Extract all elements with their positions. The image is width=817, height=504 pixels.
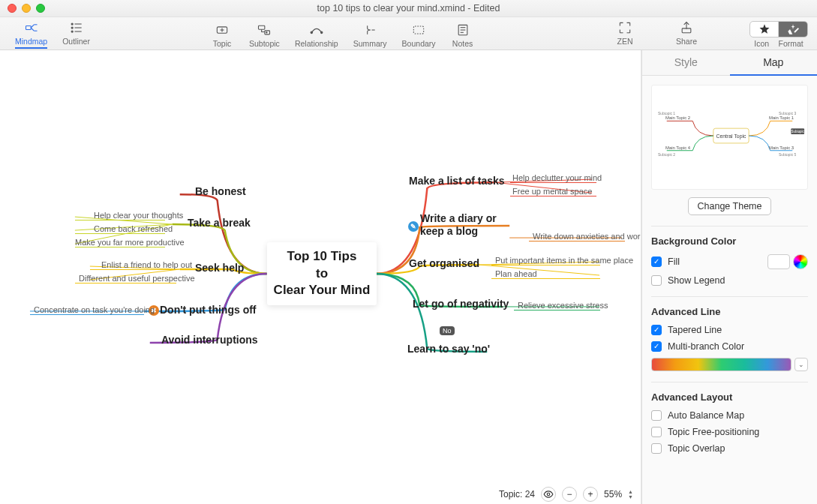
sub-label[interactable]: Plan ahead <box>495 269 537 278</box>
branch-let-go[interactable]: Let go of negativity <box>413 298 509 310</box>
branch-get-organised[interactable]: Get organised <box>409 257 479 269</box>
branch-make-list[interactable]: Make a list of tasks <box>409 175 505 187</box>
tab-style[interactable]: Style <box>642 50 730 75</box>
sub-label[interactable]: Help declutter your mind <box>512 173 602 182</box>
share-button[interactable]: Share <box>667 17 706 46</box>
no-badge: No <box>440 326 455 335</box>
zoom-out-button[interactable]: − <box>562 487 577 502</box>
visibility-toggle-button[interactable] <box>541 487 556 502</box>
zoom-level: 55% <box>604 489 622 500</box>
change-theme-button[interactable]: Change Theme <box>688 197 772 215</box>
insert-relationship-button[interactable]: Relationship <box>287 20 346 48</box>
theme-preview: Central Topic Main Topic 2 Main Topic 4 … <box>651 85 808 190</box>
zen-mode-button[interactable]: ZEN <box>605 17 644 46</box>
branch-seek-help[interactable]: Seek help <box>195 262 244 274</box>
branch-take-break[interactable]: Take a break <box>188 217 251 229</box>
marker-pencil-icon: ✎ <box>408 221 419 232</box>
section-header-bgcolor: Background Color <box>651 236 808 247</box>
mindmap-canvas[interactable]: Top 10 Tips to Clear Your Mind Be honest… <box>0 50 641 504</box>
sub-label[interactable]: Make you far more productive <box>75 238 165 247</box>
svg-point-7 <box>71 26 73 28</box>
insert-topic-button[interactable]: Topic <box>203 20 242 48</box>
toolbar: Mindmap Outliner Topic Subtopic Relation… <box>0 17 817 50</box>
section-header-advlayout: Advanced Layout <box>651 392 808 403</box>
svg-text:Main Topic 4: Main Topic 4 <box>665 146 691 150</box>
insert-notes-button[interactable]: Notes <box>443 20 482 48</box>
central-topic[interactable]: Top 10 Tips to Clear Your Mind <box>267 242 377 305</box>
tab-map[interactable]: Map <box>730 50 818 75</box>
insert-boundary-button[interactable]: Boundary <box>395 20 443 48</box>
statusbar: Topic: 24 − + 55% ▲▼ <box>491 484 641 504</box>
svg-rect-21 <box>413 26 423 34</box>
svg-text:Subtopic 1: Subtopic 1 <box>658 112 675 116</box>
close-window-button[interactable] <box>8 4 17 13</box>
inspector-icon-button[interactable] <box>750 22 779 37</box>
window-controls <box>0 4 45 13</box>
multi-branch-color-checkbox[interactable] <box>651 341 662 352</box>
svg-text:Subtopic 2: Subtopic 2 <box>658 153 675 157</box>
branch-learn-no[interactable]: Learn to say 'no' <box>407 343 490 355</box>
svg-point-9 <box>71 30 73 32</box>
sub-label[interactable]: Help clear your thoughts <box>94 211 165 220</box>
branch-write-diary[interactable]: Write a diary or keep a blog <box>420 212 510 238</box>
branch-be-honest[interactable]: Be honest <box>195 185 246 197</box>
view-mindmap-button[interactable]: Mindmap <box>8 17 55 49</box>
color-picker-button[interactable] <box>793 254 808 269</box>
svg-point-5 <box>71 22 73 24</box>
zoom-window-button[interactable] <box>36 4 45 13</box>
svg-text:Main Topic 3: Main Topic 3 <box>769 146 794 150</box>
bg-color-swatch[interactable] <box>767 254 790 269</box>
branch-color-dropdown[interactable]: ⌄ <box>794 358 808 371</box>
svg-text:Subtopic 3: Subtopic 3 <box>779 112 796 116</box>
insert-subtopic-button[interactable]: Subtopic <box>242 20 287 48</box>
branch-dont-put-off[interactable]: Don't put things off <box>160 304 257 316</box>
branch-color-gradient[interactable] <box>651 358 791 371</box>
svg-point-18 <box>311 32 313 34</box>
svg-rect-14 <box>259 26 265 29</box>
svg-line-2 <box>31 28 34 31</box>
svg-point-40 <box>547 493 550 496</box>
svg-text:Subtopic: Subtopic <box>791 130 805 134</box>
fill-checkbox[interactable] <box>651 256 662 267</box>
section-header-advline: Advanced Line <box>651 306 808 317</box>
svg-text:Central Topic: Central Topic <box>716 134 746 140</box>
free-positioning-checkbox[interactable] <box>651 427 662 437</box>
svg-text:Main Topic 1: Main Topic 1 <box>769 116 794 120</box>
sub-label[interactable]: Enlist a friend to help out <box>101 260 176 269</box>
sub-label[interactable]: Write down anxieties and worries <box>533 232 641 241</box>
sub-label[interactable]: Relieve excessive stress <box>518 301 608 310</box>
zoom-in-button[interactable]: + <box>583 487 598 502</box>
zoom-stepper[interactable]: ▲▼ <box>628 489 633 500</box>
view-outliner-button[interactable]: Outliner <box>55 17 98 46</box>
tapered-line-checkbox[interactable] <box>651 325 662 335</box>
svg-point-19 <box>320 32 323 34</box>
sub-label[interactable]: Put important items in the same place <box>495 256 633 265</box>
sub-label[interactable]: Different and useful perspective <box>79 274 176 283</box>
topic-overlap-checkbox[interactable] <box>651 443 662 454</box>
sub-label[interactable]: Come back refreshed <box>94 224 165 233</box>
inspector-sidebar: Style Map Central Topic Main Topic 2 Mai… <box>641 50 817 504</box>
svg-rect-27 <box>682 28 691 32</box>
sub-label[interactable]: Free up mental space <box>512 187 592 196</box>
branch-avoid-interruptions[interactable]: Avoid interruptions <box>161 334 258 346</box>
titlebar: top 10 tips to clear your mind.xmind - E… <box>0 0 817 17</box>
show-legend-checkbox[interactable] <box>651 275 662 286</box>
svg-line-1 <box>31 24 34 27</box>
minimize-window-button[interactable] <box>22 4 31 13</box>
auto-balance-checkbox[interactable] <box>651 410 662 421</box>
window-title: top 10 tips to clear your mind.xmind - E… <box>0 3 817 14</box>
sub-label[interactable]: Concentrate on task you're doing <box>34 305 143 314</box>
inspector-format-button[interactable] <box>779 22 807 37</box>
svg-text:Main Topic 2: Main Topic 2 <box>665 116 690 120</box>
svg-rect-0 <box>26 26 31 29</box>
svg-text:Subtopic 5: Subtopic 5 <box>779 153 796 157</box>
insert-summary-button[interactable]: Summary <box>346 20 395 48</box>
topic-count-label: Topic: 24 <box>499 489 535 500</box>
